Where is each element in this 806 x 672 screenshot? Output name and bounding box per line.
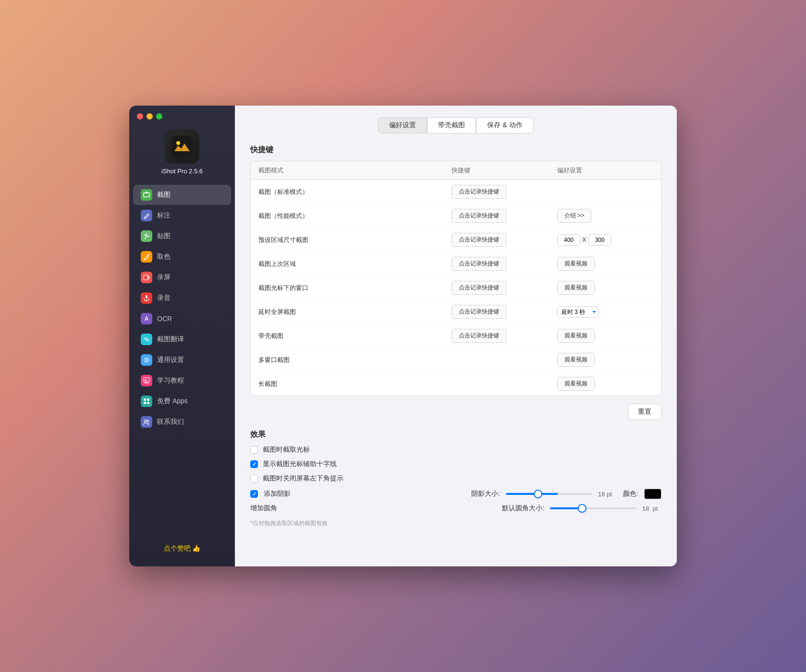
pref-cell: X	[557, 234, 653, 246]
shadow-row: 添加阴影 阴影大小: 18 pt 颜色:	[250, 489, 661, 499]
tab-shell-screenshot[interactable]: 带壳截图	[427, 117, 476, 133]
watch-video-btn[interactable]: 观看视频	[557, 281, 595, 295]
delay-select-wrapper: 延时 3 秒 延时 5 秒 延时 10 秒	[557, 306, 599, 318]
sidebar-label-color: 取色	[157, 252, 171, 261]
shortcut-cell: 点击记录快捷键	[452, 257, 557, 271]
shortcut-record-btn[interactable]: 点击记录快捷键	[452, 185, 506, 199]
sidebar-label-screenshot: 截图	[157, 191, 171, 199]
pref-cell: 观看视频	[557, 353, 653, 367]
size-x-separator: X	[582, 236, 586, 243]
shadow-slider[interactable]	[506, 493, 592, 495]
sidebar-item-apps[interactable]: 免费 Apps	[133, 391, 231, 411]
audio-icon	[141, 292, 152, 304]
height-input[interactable]	[588, 234, 611, 246]
sidebar-label-apps: 免费 Apps	[157, 397, 188, 406]
minimize-button[interactable]	[147, 113, 153, 120]
sidebar-item-translate[interactable]: 截图翻译	[133, 329, 231, 349]
sidebar-label-annotate: 标注	[157, 211, 171, 220]
close-button[interactable]	[137, 113, 143, 120]
shortcut-record-btn[interactable]: 点击记录快捷键	[452, 209, 506, 223]
apps-icon	[141, 396, 152, 407]
sidebar-item-color[interactable]: 取色	[133, 247, 231, 267]
tab-save-action[interactable]: 保存 & 动作	[476, 117, 533, 133]
app-icon-area: iShot Pro 2.5.6	[129, 123, 235, 182]
shortcut-cell: 点击记录快捷键	[452, 185, 557, 199]
shortcut-cell: 点击记录快捷键	[452, 281, 557, 295]
sidebar-nav: 截图 标注 贴图	[129, 182, 235, 539]
close-hint-checkbox[interactable]	[250, 475, 258, 482]
sidebar-label-sticker: 贴图	[157, 232, 171, 240]
svg-rect-5	[146, 295, 147, 299]
crosshair-checkbox[interactable]	[250, 460, 258, 468]
mode-label: 截图（性能模式）	[258, 212, 452, 220]
watch-video-btn[interactable]: 观看视频	[557, 353, 595, 367]
watch-video-btn[interactable]: 观看视频	[557, 329, 595, 343]
mode-label: 长截图	[258, 380, 452, 388]
sidebar-label-settings: 通用设置	[157, 356, 184, 364]
shortcut-record-btn[interactable]: 点击记录快捷键	[452, 305, 506, 319]
corner-value: 18 pt	[642, 505, 661, 512]
corner-slider[interactable]	[550, 507, 636, 509]
sidebar-label-audio: 录音	[157, 294, 171, 302]
close-hint-label: 截图时关闭屏幕左下角提示	[263, 474, 343, 483]
shortcut-cell: 点击记录快捷键	[452, 305, 557, 319]
svg-rect-10	[144, 398, 146, 401]
table-row: 延时全屏截图 点击记录快捷键 延时 3 秒 延时 5 秒 延时 10 秒	[251, 300, 661, 324]
mode-label: 预设区域尺寸截图	[258, 236, 452, 244]
sidebar-item-annotate[interactable]: 标注	[133, 205, 231, 226]
table-row: 预设区域尺寸截图 点击记录快捷键 X	[251, 228, 661, 252]
cursor-checkbox[interactable]	[250, 446, 258, 454]
delay-select[interactable]: 延时 3 秒 延时 5 秒 延时 10 秒	[557, 306, 599, 318]
shortcut-record-btn[interactable]: 点击记录快捷键	[452, 281, 506, 295]
tab-preferences[interactable]: 偏好设置	[378, 117, 427, 133]
mode-label: 带壳截图	[258, 332, 452, 340]
shortcut-cell: 点击记录快捷键	[452, 329, 557, 343]
shadow-checkbox[interactable]	[250, 490, 258, 498]
shortcut-record-btn[interactable]: 点击记录快捷键	[452, 329, 506, 343]
corner-slider-label: 默认圆角大小:	[502, 504, 544, 513]
crosshair-label: 显示截图光标辅助十字线	[263, 460, 337, 468]
watch-video-btn[interactable]: 观看视频	[557, 257, 595, 271]
sidebar-item-record[interactable]: 录屏	[133, 267, 231, 288]
table-row: 截图上次区域 点击记录快捷键 观看视频	[251, 252, 661, 276]
shortcut-cell: 点击记录快捷键	[452, 209, 557, 223]
col-mode: 截图模式	[258, 166, 452, 175]
sidebar-label-translate: 截图翻译	[157, 335, 184, 344]
sidebar-item-settings[interactable]: 通用设置	[133, 350, 231, 370]
size-input-group: X	[557, 234, 611, 246]
shortcut-record-btn[interactable]: 点击记录快捷键	[452, 257, 506, 271]
intro-btn[interactable]: 介绍 >>	[557, 209, 591, 223]
pref-cell: 观看视频	[557, 281, 653, 295]
tab-bar: 偏好设置 带壳截图 保存 & 动作	[250, 117, 661, 133]
shortcut-record-btn[interactable]: 点击记录快捷键	[452, 233, 506, 247]
like-button[interactable]: 点个赞吧 👍	[129, 539, 235, 559]
pref-cell: 介绍 >>	[557, 209, 653, 223]
watch-video-btn[interactable]: 观看视频	[557, 377, 595, 391]
reset-button[interactable]: 重置	[628, 404, 661, 420]
sidebar-label-ocr: OCR	[157, 315, 172, 323]
table-row: 截图（标准模式） 点击记录快捷键	[251, 180, 661, 204]
pref-cell: 观看视频	[557, 377, 653, 391]
shadow-label: 添加阴影	[264, 490, 291, 498]
sidebar-item-sticker[interactable]: 贴图	[133, 226, 231, 246]
sidebar-item-contact[interactable]: 联系我们	[133, 412, 231, 432]
svg-rect-13	[147, 402, 149, 404]
reset-row: 重置	[250, 404, 661, 420]
translate-icon	[141, 334, 152, 345]
shadow-value: 18 pt	[598, 491, 617, 498]
mode-label: 截图上次区域	[258, 260, 452, 268]
shortcuts-table: 截图模式 快捷键 偏好设置 截图（标准模式） 点击记录快捷键 截图（性能模式） …	[250, 161, 661, 396]
tutorial-icon	[141, 375, 152, 386]
sidebar-item-tutorial[interactable]: 学习教程	[133, 371, 231, 391]
color-swatch[interactable]	[644, 489, 661, 499]
color-label: 颜色:	[623, 490, 638, 498]
table-row: 长截图 观看视频	[251, 372, 661, 396]
sidebar-item-ocr[interactable]: A OCR	[133, 309, 231, 329]
sidebar-item-audio[interactable]: 录音	[133, 288, 231, 308]
maximize-button[interactable]	[156, 113, 162, 120]
settings-icon	[141, 354, 152, 366]
cursor-label: 截图时截取光标	[263, 445, 310, 454]
sidebar-item-screenshot[interactable]: 截图	[133, 185, 231, 205]
note-text: *仅对拖拽选取区域的截图有效	[250, 519, 661, 528]
width-input[interactable]	[557, 234, 580, 246]
